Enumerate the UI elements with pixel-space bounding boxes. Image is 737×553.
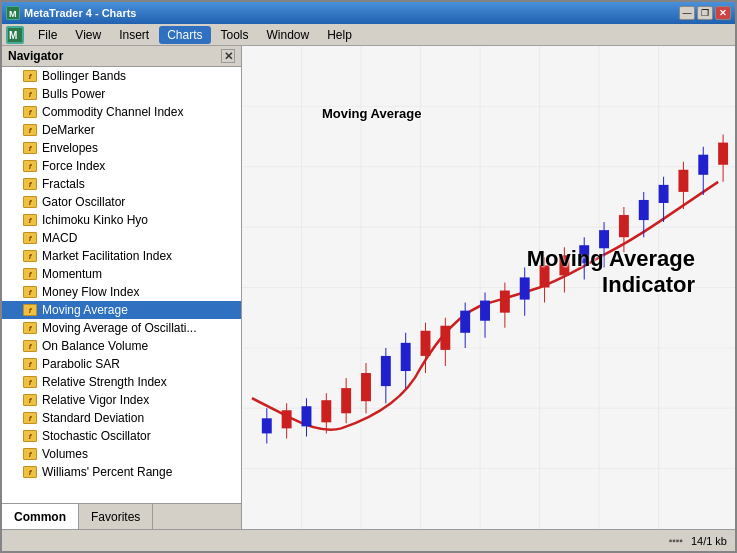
- svg-rect-62: [678, 170, 688, 192]
- nav-item-parabolic-sar[interactable]: fParabolic SAR: [2, 355, 241, 373]
- chart-label-moving-avg: Moving Average: [322, 106, 421, 121]
- svg-rect-44: [500, 291, 510, 313]
- app-icon-title: M: [6, 6, 20, 20]
- navigator-panel: Navigator ✕ fBollinger BandsfBulls Power…: [2, 46, 242, 529]
- indicator-icon-stochastic-oscillator: f: [22, 429, 38, 443]
- menu-view[interactable]: View: [67, 26, 109, 44]
- nav-item-moving-average[interactable]: fMoving Average: [2, 301, 241, 319]
- navigator-list[interactable]: fBollinger BandsfBulls PowerfCommodity C…: [2, 67, 241, 503]
- nav-item-volumes[interactable]: fVolumes: [2, 445, 241, 463]
- svg-rect-66: [718, 143, 728, 165]
- nav-item-commodity-channel-index[interactable]: fCommodity Channel Index: [2, 103, 241, 121]
- nav-item-macd[interactable]: fMACD: [2, 229, 241, 247]
- nav-item-bollinger-bands[interactable]: fBollinger Bands: [2, 67, 241, 85]
- indicator-icon-volumes: f: [22, 447, 38, 461]
- indicator-icon-market-facilitation-index: f: [22, 249, 38, 263]
- window-title: MetaTrader 4 - Charts: [24, 7, 136, 19]
- nav-item-money-flow-index[interactable]: fMoney Flow Index: [2, 283, 241, 301]
- indicator-icon-moving-average: f: [22, 303, 38, 317]
- svg-rect-56: [619, 215, 629, 237]
- menu-file[interactable]: File: [30, 26, 65, 44]
- chart-label-indicator: Moving Average Indicator: [527, 246, 695, 299]
- nav-item-momentum[interactable]: fMomentum: [2, 265, 241, 283]
- nav-item-label-williams-percent-range: Williams' Percent Range: [42, 465, 172, 479]
- indicator-icon-on-balance-volume: f: [22, 339, 38, 353]
- nav-item-force-index[interactable]: fForce Index: [2, 157, 241, 175]
- navigator-header: Navigator ✕: [2, 46, 241, 67]
- status-bar: ▪▪▪▪ 14/1 kb: [2, 529, 735, 551]
- navigator-title: Navigator: [8, 49, 63, 63]
- indicator-icon-parabolic-sar: f: [22, 357, 38, 371]
- nav-item-gator-oscillator[interactable]: fGator Oscillator: [2, 193, 241, 211]
- indicator-icon-relative-vigor-index: f: [22, 393, 38, 407]
- indicator-icon-ichimoku-kinko-hyo: f: [22, 213, 38, 227]
- indicator-icon-williams-percent-range: f: [22, 465, 38, 479]
- indicator-icon-demarker: f: [22, 123, 38, 137]
- nav-item-label-macd: MACD: [42, 231, 77, 245]
- indicator-icon-commodity-channel-index: f: [22, 105, 38, 119]
- nav-item-label-moving-average-oscillator: Moving Average of Oscillati...: [42, 321, 197, 335]
- nav-item-market-facilitation-index[interactable]: fMarket Facilitation Index: [2, 247, 241, 265]
- indicator-icon-macd: f: [22, 231, 38, 245]
- nav-item-label-moving-average: Moving Average: [42, 303, 128, 317]
- menu-help[interactable]: Help: [319, 26, 360, 44]
- title-bar: M MetaTrader 4 - Charts — ❐ ✕: [2, 2, 735, 24]
- nav-item-label-force-index: Force Index: [42, 159, 105, 173]
- svg-text:M: M: [9, 9, 17, 19]
- title-bar-controls: — ❐ ✕: [679, 6, 731, 20]
- indicator-icon-fractals: f: [22, 177, 38, 191]
- nav-item-label-gator-oscillator: Gator Oscillator: [42, 195, 125, 209]
- menu-window[interactable]: Window: [259, 26, 318, 44]
- nav-item-relative-strength-index[interactable]: fRelative Strength Index: [2, 373, 241, 391]
- nav-item-on-balance-volume[interactable]: fOn Balance Volume: [2, 337, 241, 355]
- nav-item-relative-vigor-index[interactable]: fRelative Vigor Index: [2, 391, 241, 409]
- svg-rect-64: [698, 155, 708, 175]
- size-info: 14/1 kb: [691, 535, 727, 547]
- close-button[interactable]: ✕: [715, 6, 731, 20]
- nav-item-label-on-balance-volume: On Balance Volume: [42, 339, 148, 353]
- nav-item-label-stochastic-oscillator: Stochastic Oscillator: [42, 429, 151, 443]
- nav-item-label-parabolic-sar: Parabolic SAR: [42, 357, 120, 371]
- svg-rect-28: [341, 388, 351, 413]
- maximize-button[interactable]: ❐: [697, 6, 713, 20]
- nav-item-envelopes[interactable]: fEnvelopes: [2, 139, 241, 157]
- navigator-tabs: Common Favorites: [2, 503, 241, 529]
- main-area: Navigator ✕ fBollinger BandsfBulls Power…: [2, 46, 735, 529]
- navigator-close-button[interactable]: ✕: [221, 49, 235, 63]
- svg-rect-40: [460, 311, 470, 333]
- menu-tools[interactable]: Tools: [213, 26, 257, 44]
- indicator-icon-moving-average-oscillator: f: [22, 321, 38, 335]
- svg-rect-60: [659, 185, 669, 203]
- nav-item-stochastic-oscillator[interactable]: fStochastic Oscillator: [2, 427, 241, 445]
- nav-item-ichimoku-kinko-hyo[interactable]: fIchimoku Kinko Hyo: [2, 211, 241, 229]
- svg-rect-34: [401, 343, 411, 371]
- indicator-icon-gator-oscillator: f: [22, 195, 38, 209]
- nav-item-label-commodity-channel-index: Commodity Channel Index: [42, 105, 183, 119]
- nav-item-bulls-power[interactable]: fBulls Power: [2, 85, 241, 103]
- svg-rect-58: [639, 200, 649, 220]
- indicator-icon-standard-deviation: f: [22, 411, 38, 425]
- menu-insert[interactable]: Insert: [111, 26, 157, 44]
- tab-common[interactable]: Common: [2, 504, 79, 529]
- menu-charts[interactable]: Charts: [159, 26, 210, 44]
- indicator-icon-bollinger-bands: f: [22, 69, 38, 83]
- indicator-icon-force-index: f: [22, 159, 38, 173]
- nav-item-label-envelopes: Envelopes: [42, 141, 98, 155]
- nav-item-fractals[interactable]: fFractals: [2, 175, 241, 193]
- nav-item-moving-average-oscillator[interactable]: fMoving Average of Oscillati...: [2, 319, 241, 337]
- minimize-button[interactable]: —: [679, 6, 695, 20]
- menu-bar: M File View Insert Charts Tools Window H…: [2, 24, 735, 46]
- nav-item-label-bollinger-bands: Bollinger Bands: [42, 69, 126, 83]
- svg-rect-24: [302, 406, 312, 426]
- nav-item-label-bulls-power: Bulls Power: [42, 87, 105, 101]
- nav-item-standard-deviation[interactable]: fStandard Deviation: [2, 409, 241, 427]
- nav-item-label-relative-vigor-index: Relative Vigor Index: [42, 393, 149, 407]
- indicator-icon-money-flow-index: f: [22, 285, 38, 299]
- nav-item-demarker[interactable]: fDeMarker: [2, 121, 241, 139]
- svg-text:M: M: [9, 30, 17, 41]
- tab-favorites[interactable]: Favorites: [79, 504, 153, 529]
- chart-area: Moving Average Moving Average Indicator: [242, 46, 735, 529]
- nav-item-williams-percent-range[interactable]: fWilliams' Percent Range: [2, 463, 241, 481]
- svg-rect-38: [440, 326, 450, 350]
- nav-item-label-momentum: Momentum: [42, 267, 102, 281]
